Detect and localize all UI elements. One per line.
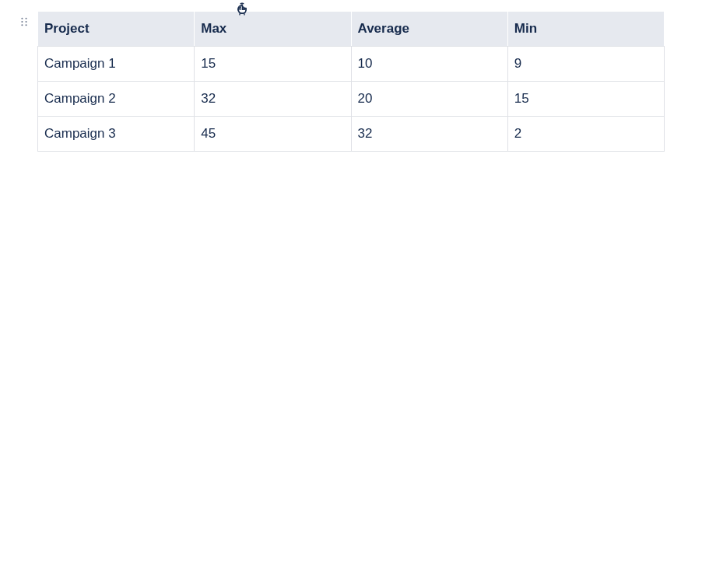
svg-point-2 xyxy=(21,21,23,23)
cell-average[interactable]: 10 xyxy=(351,47,507,82)
cell-project[interactable]: Campaign 1 xyxy=(38,47,195,82)
column-header-max[interactable]: Max xyxy=(195,12,351,47)
cell-max[interactable]: 45 xyxy=(195,117,351,152)
column-header-min[interactable]: Min xyxy=(507,12,664,47)
cell-project[interactable]: Campaign 3 xyxy=(38,117,195,152)
table-row[interactable]: Campaign 2 32 20 15 xyxy=(38,82,665,117)
cell-project[interactable]: Campaign 2 xyxy=(38,82,195,117)
svg-point-1 xyxy=(26,18,27,19)
cell-max[interactable]: 15 xyxy=(195,47,351,82)
cell-min[interactable]: 9 xyxy=(507,47,664,82)
cell-average[interactable]: 20 xyxy=(351,82,507,117)
table-row[interactable]: Campaign 1 15 10 9 xyxy=(38,47,665,82)
cell-min[interactable]: 15 xyxy=(507,82,664,117)
table-row[interactable]: Campaign 3 45 32 2 xyxy=(38,117,665,152)
svg-point-3 xyxy=(26,21,27,23)
table-header-row: Project Max Average Min xyxy=(38,12,665,47)
svg-point-0 xyxy=(21,18,23,19)
drag-handle-icon[interactable] xyxy=(19,17,29,26)
svg-point-4 xyxy=(21,24,23,26)
cell-max[interactable]: 32 xyxy=(195,82,351,117)
data-table[interactable]: Project Max Average Min Campaign 1 15 10… xyxy=(37,11,665,152)
column-header-average[interactable]: Average xyxy=(351,12,507,47)
pointer-cursor-icon xyxy=(235,2,249,16)
svg-point-5 xyxy=(26,24,27,26)
cell-min[interactable]: 2 xyxy=(507,117,664,152)
column-header-project[interactable]: Project xyxy=(38,12,195,47)
cell-average[interactable]: 32 xyxy=(351,117,507,152)
